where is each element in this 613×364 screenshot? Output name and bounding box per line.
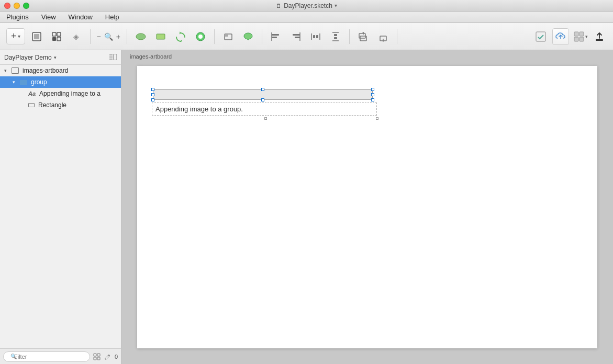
svg-rect-11 — [225, 34, 228, 37]
rectangle-element-wrapper[interactable] — [153, 89, 373, 100]
toolbar-sep-3 — [214, 29, 215, 44]
layer-item-rectangle[interactable]: ▾ Rectangle — [0, 99, 121, 111]
align-right-button[interactable] — [287, 28, 304, 45]
sidebar-footer: 🔍 0 — [0, 348, 121, 364]
artboard-label: images-artboard — [23, 67, 68, 74]
menu-plugins[interactable]: Plugins — [4, 13, 31, 21]
text-element-wrapper[interactable]: Appending image to a group. — [152, 103, 377, 118]
zoom-in-button[interactable]: + — [115, 31, 121, 42]
svg-rect-5 — [57, 37, 61, 41]
canvas-area[interactable]: images-artboard Appending — [121, 50, 613, 364]
export-icon — [595, 32, 604, 41]
symbol-button[interactable]: ◈ — [68, 28, 85, 45]
oval-tool-button[interactable] — [132, 28, 149, 45]
scale-up-button[interactable] — [355, 28, 372, 45]
layer-item-text[interactable]: ▾ Aa Appending image to a — [0, 88, 121, 99]
menu-bar: Plugins View Window Help — [0, 12, 613, 23]
svg-rect-45 — [97, 357, 100, 360]
text-element: Appending image to a group. — [152, 103, 377, 116]
speech-bubble-button[interactable] — [240, 28, 257, 45]
distribute-v-button[interactable] — [327, 28, 344, 45]
zoom-out-button[interactable]: − — [96, 31, 102, 42]
close-button[interactable] — [4, 3, 10, 9]
text-handle-bottom-right[interactable] — [376, 117, 378, 120]
artboard: Appending image to a group. — [137, 66, 597, 348]
toolbar-sep-1 — [90, 29, 91, 44]
edit-icon — [104, 353, 112, 360]
svg-rect-17 — [295, 37, 300, 38]
insert-arrow-icon: ▾ — [18, 33, 20, 39]
layer-item-group[interactable]: ▾ group — [0, 76, 121, 88]
toolbar-right: ▾ — [532, 28, 607, 45]
scale-down-icon — [378, 31, 388, 42]
rect-expand-arrow: ▾ — [21, 103, 26, 108]
handle-top-center[interactable] — [261, 88, 264, 91]
handle-mid-left[interactable] — [151, 93, 154, 96]
maximize-button[interactable] — [23, 3, 29, 9]
minimize-button[interactable] — [14, 3, 20, 9]
speech-bubble-icon — [243, 31, 253, 42]
grid-view-button[interactable] — [92, 351, 101, 362]
svg-rect-34 — [579, 32, 584, 36]
canvas-icon — [31, 31, 42, 42]
rectangle-type-icon — [28, 103, 35, 107]
distribute-h-button[interactable] — [307, 28, 324, 45]
frame-icon — [223, 31, 233, 42]
insert-plus-icon: + — [11, 31, 17, 42]
insert-button[interactable]: + ▾ — [6, 28, 25, 44]
filename-dropdown-arrow[interactable]: ▾ — [335, 3, 337, 8]
folder-icon — [20, 80, 27, 85]
rect-icon — [155, 32, 166, 41]
artboard-expand-arrow: ▾ — [4, 68, 9, 73]
rotate-icon — [175, 31, 186, 42]
text-handle-bottom-left[interactable] — [264, 117, 267, 120]
scale-down-button[interactable] — [375, 28, 392, 45]
svg-rect-38 — [114, 54, 117, 60]
inspector-button[interactable]: ▾ — [572, 28, 589, 45]
zoom-icon: 🔍 — [104, 32, 113, 41]
zoom-controls: − 🔍 + — [96, 31, 121, 42]
grid-view-icon — [93, 353, 101, 360]
component-icon — [51, 31, 62, 42]
cloud-upload-button[interactable] — [552, 28, 569, 45]
edit-button[interactable] — [103, 351, 112, 362]
svg-rect-13 — [272, 34, 279, 36]
handle-mid-right[interactable] — [371, 93, 374, 96]
menu-window[interactable]: Window — [66, 13, 95, 21]
layer-item-artboard[interactable]: ▾ images-artboard — [0, 65, 121, 76]
rectangle-tool-button[interactable] — [152, 28, 169, 45]
menu-view[interactable]: View — [39, 13, 58, 21]
export-button[interactable] — [592, 29, 607, 44]
handle-top-left[interactable] — [151, 88, 154, 91]
svg-rect-32 — [536, 32, 545, 41]
project-name[interactable]: DayPlayer Demo ▾ — [4, 54, 57, 61]
svg-rect-24 — [334, 37, 337, 39]
svg-rect-3 — [57, 32, 61, 36]
group-expand-arrow: ▾ — [13, 79, 18, 85]
component-view-button[interactable] — [48, 28, 65, 45]
mirror-button[interactable] — [532, 28, 549, 45]
svg-rect-20 — [316, 35, 318, 38]
svg-point-9 — [198, 35, 203, 39]
align-left-button[interactable] — [268, 28, 284, 45]
svg-rect-2 — [52, 32, 56, 36]
svg-rect-37 — [596, 39, 603, 41]
mirror-icon — [535, 31, 547, 42]
menu-help[interactable]: Help — [103, 13, 121, 21]
canvas-view-button[interactable] — [28, 28, 45, 45]
group-label: group — [31, 78, 47, 86]
handle-bot-center[interactable] — [261, 98, 264, 101]
vector-tool-button[interactable] — [192, 28, 209, 45]
svg-rect-36 — [579, 37, 584, 41]
handle-top-right[interactable] — [371, 88, 374, 91]
text-expand-arrow: ▾ — [21, 91, 26, 96]
frame-tool-button[interactable] — [220, 28, 237, 45]
handle-bot-right[interactable] — [371, 98, 374, 101]
project-name-label: DayPlayer Demo — [4, 54, 52, 61]
handle-bot-left[interactable] — [151, 98, 154, 101]
sidebar-toggle-button[interactable] — [109, 53, 117, 62]
rotate-tool-button[interactable] — [172, 28, 189, 45]
breadcrumb: images-artboard — [130, 53, 172, 60]
title-bar: 🗒 DayPlayer.sketch ▾ — [0, 0, 613, 12]
filter-search-icon: 🔍 — [10, 354, 17, 359]
